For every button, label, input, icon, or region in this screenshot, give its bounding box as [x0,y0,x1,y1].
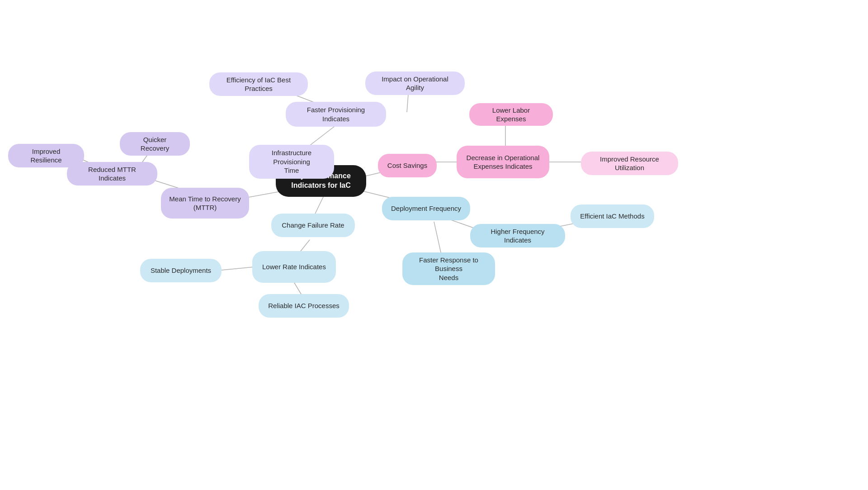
improved-resilience-node: Improved Resilience [8,144,84,167]
cost-savings-node: Cost Savings [378,154,437,177]
lower-rate-node: Lower Rate Indicates [252,251,336,283]
stable-deployments-node: Stable Deployments [140,259,222,282]
infra-provisioning-node: Infrastructure Provisioning Time [249,145,334,179]
lower-labor-node: Lower Labor Expenses [469,103,553,126]
change-failure-node: Change Failure Rate [271,214,355,237]
mttr-node: Mean Time to Recovery (MTTR) [161,188,249,219]
impact-agility-node: Impact on Operational Agility [365,71,465,95]
efficiency-best-node: Efficiency of IaC Best Practices [209,72,308,96]
deployment-freq-node: Deployment Frequency [382,197,470,220]
decrease-expenses-node: Decrease in Operational Expenses Indicat… [457,146,549,178]
faster-provisioning-node: Faster Provisioning Indicates [286,102,386,127]
improved-resource-node: Improved Resource Utilization [581,152,678,175]
quicker-recovery-node: Quicker Recovery [120,132,190,156]
faster-response-node: Faster Response to Business Needs [402,252,495,285]
reliable-iac-node: Reliable IAC Processes [259,294,349,318]
reduced-mttr-node: Reduced MTTR Indicates [67,162,157,186]
higher-freq-node: Higher Frequency Indicates [470,224,565,247]
efficient-iac-node: Efficient IaC Methods [571,205,654,228]
